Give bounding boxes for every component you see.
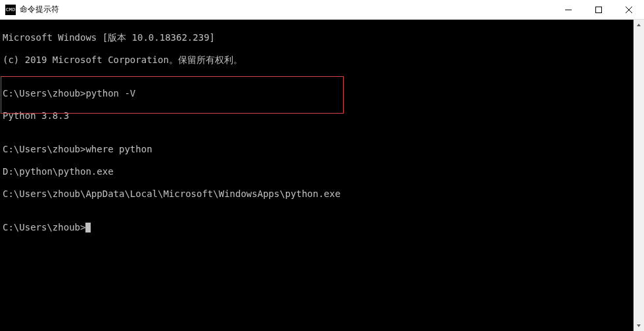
terminal-output[interactable]: Microsoft Windows [版本 10.0.18362.239] (c… [0, 20, 644, 331]
vertical-scrollbar[interactable] [633, 20, 644, 331]
cmd-icon-label: CMD [6, 7, 15, 12]
chevron-up-icon [636, 22, 641, 28]
maximize-icon [595, 7, 602, 13]
scroll-up-button[interactable] [633, 20, 644, 30]
prompt-text: C:\Users\zhoub> [3, 222, 85, 232]
command-text: where python [85, 144, 152, 154]
svg-marker-4 [637, 24, 641, 26]
command-line: C:\Users\zhoub>python -V [3, 88, 641, 99]
svg-marker-5 [637, 324, 641, 327]
close-icon [626, 7, 632, 13]
scroll-track[interactable] [633, 30, 644, 320]
header-line: Microsoft Windows [版本 10.0.18362.239] [3, 32, 641, 43]
output-line: C:\Users\zhoub\AppData\Local\Microsoft\W… [3, 188, 641, 200]
minimize-button[interactable] [553, 0, 584, 19]
scroll-down-button[interactable] [633, 320, 644, 331]
window-title: 命令提示符 [20, 4, 553, 15]
close-button[interactable] [614, 0, 644, 19]
output-line: D:\python\python.exe [3, 166, 641, 177]
svg-rect-1 [596, 7, 602, 12]
output-line: Python 3.8.3 [3, 110, 641, 121]
command-line: C:\Users\zhoub>where python [3, 144, 641, 155]
chevron-down-icon [636, 323, 641, 328]
command-prompt-window: CMD 命令提示符 Microsoft Windows [版本 10.0.183… [0, 0, 644, 331]
minimize-icon [565, 7, 572, 13]
prompt-line: C:\Users\zhoub> [3, 222, 641, 233]
titlebar[interactable]: CMD 命令提示符 [0, 0, 644, 20]
copyright-line: (c) 2019 Microsoft Corporation。保留所有权利。 [3, 55, 641, 66]
command-text: python -V [85, 88, 135, 99]
prompt-text: C:\Users\zhoub> [3, 144, 85, 154]
window-controls [553, 0, 644, 19]
prompt-text: C:\Users\zhoub> [3, 88, 85, 99]
maximize-button[interactable] [584, 0, 614, 19]
cmd-icon: CMD [5, 5, 16, 15]
text-cursor [85, 223, 91, 232]
